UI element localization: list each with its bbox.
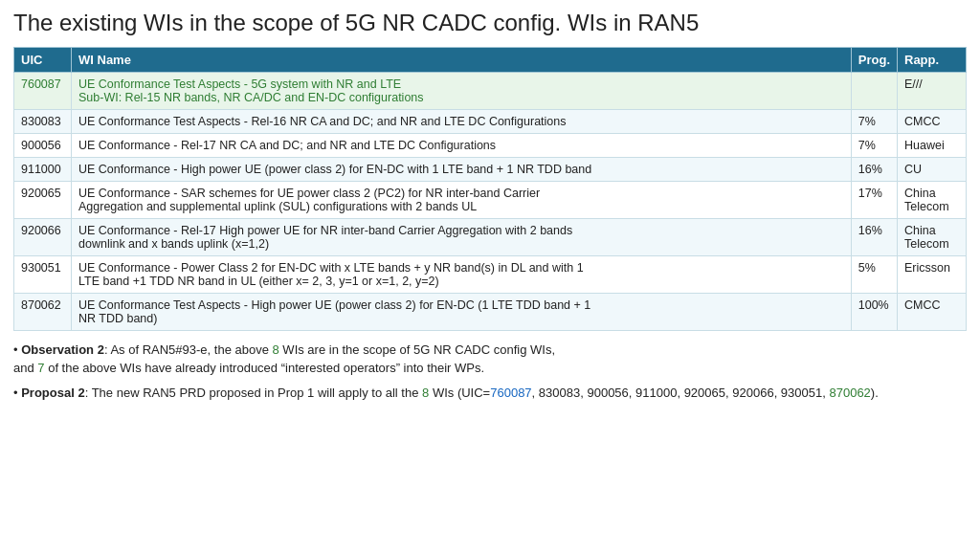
table-row-uic: 930051 <box>14 255 72 293</box>
table-row-prog: 17% <box>851 181 897 218</box>
observation-num1: 8 <box>273 342 279 357</box>
table-row-uic: 920065 <box>14 181 72 218</box>
table-row-winame: UE Conformance - Rel-17 High power UE fo… <box>72 218 852 255</box>
page-title: The existing WIs in the scope of 5G NR C… <box>13 10 967 37</box>
proposal-text: • Proposal 2: The new RAN5 PRD proposed … <box>13 384 967 403</box>
col-header-winame: WI Name <box>72 47 852 72</box>
table-row-uic: 870062 <box>14 293 72 330</box>
table-row-rapp: E/// <box>898 72 967 109</box>
table-row-rapp: CMCC <box>898 293 967 330</box>
col-header-rapp: Rapp. <box>898 47 967 72</box>
table-row-uic: 830083 <box>14 109 72 133</box>
table-row-winame: UE Conformance - Power Class 2 for EN-DC… <box>72 255 852 293</box>
table-row-prog <box>851 72 897 109</box>
observation-label: Observation 2 <box>21 342 104 357</box>
observation-bullet: • <box>13 342 18 357</box>
wi-table: UIC WI Name Prog. Rapp. 760087UE Conform… <box>13 47 967 331</box>
table-row-rapp: Ericsson <box>898 255 967 293</box>
table-row-rapp: CMCC <box>898 109 967 133</box>
proposal-bullet: • <box>13 386 18 400</box>
table-row-rapp: China Telecom <box>898 218 967 255</box>
table-row-uic: 760087 <box>14 72 72 109</box>
table-row-prog: 7% <box>851 133 897 157</box>
table-row-uic: 920066 <box>14 218 72 255</box>
table-row-rapp: China Telecom <box>898 181 967 218</box>
table-row-uic: 911000 <box>14 157 72 181</box>
table-row-prog: 16% <box>851 157 897 181</box>
table-row-winame: UE Conformance Test Aspects - High power… <box>72 293 852 330</box>
proposal-uic-link1[interactable]: 760087 <box>490 386 531 400</box>
proposal-label: Proposal 2 <box>21 386 84 400</box>
table-row-prog: 100% <box>851 293 897 330</box>
table-row-uic: 900056 <box>14 133 72 157</box>
table-row-prog: 16% <box>851 218 897 255</box>
col-header-uic: UIC <box>14 47 72 72</box>
table-row-winame: UE Conformance Test Aspects - 5G system … <box>72 72 852 109</box>
table-row-rapp: Huawei <box>898 133 967 157</box>
table-row-winame: UE Conformance Test Aspects - Rel-16 NR … <box>72 109 852 133</box>
table-row-prog: 5% <box>851 255 897 293</box>
table-row-winame: UE Conformance - High power UE (power cl… <box>72 157 852 181</box>
observation-text: • Observation 2: As of RAN5#93-e, the ab… <box>13 341 967 378</box>
observation-num2: 7 <box>37 361 44 375</box>
col-header-prog: Prog. <box>851 47 897 72</box>
table-row-winame: UE Conformance - Rel-17 NR CA and DC; an… <box>72 133 852 157</box>
table-row-rapp: CU <box>898 157 967 181</box>
table-row-winame: UE Conformance - SAR schemes for UE powe… <box>72 181 852 218</box>
table-row-prog: 7% <box>851 109 897 133</box>
proposal-uic-link2[interactable]: 870062 <box>829 386 870 400</box>
